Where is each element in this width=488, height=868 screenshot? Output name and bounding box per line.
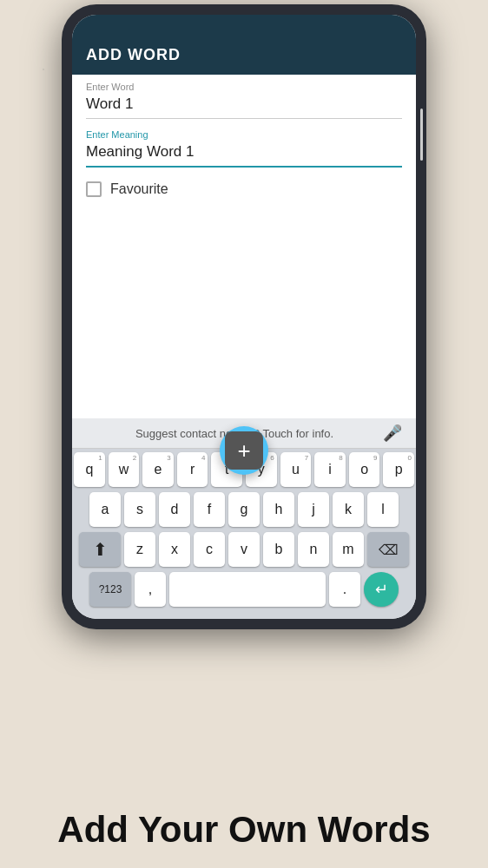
key-p[interactable]: 0p (383, 452, 414, 487)
space-key[interactable] (169, 572, 326, 607)
favourite-row[interactable]: Favourite (72, 171, 416, 207)
key-n[interactable]: n (298, 532, 329, 567)
keyboard-row-3: ⬆ z x c v b n m ⌫ (74, 532, 414, 567)
key-v[interactable]: v (228, 532, 260, 567)
key-j[interactable]: j (298, 492, 329, 527)
app-title: ADD WORD (86, 46, 181, 64)
key-c[interactable]: c (194, 532, 225, 567)
phone-screen: ADD WORD Enter Word Word 1 Enter Meaning… (72, 15, 416, 619)
key-a[interactable]: a (89, 492, 121, 527)
key-k[interactable]: k (333, 492, 364, 527)
mic-icon[interactable]: 🎤 (383, 424, 402, 443)
meaning-input[interactable]: Meaning Word 1 (86, 141, 402, 168)
shift-key[interactable]: ⬆ (79, 532, 121, 567)
keyboard-row-4: ?123 , . ↵ (74, 572, 414, 607)
keyboard-row-2: a s d f g h j k l (74, 492, 414, 527)
bottom-tagline: Add Your Own Words (57, 809, 430, 850)
app-header: ADD WORD (72, 36, 416, 75)
fab-add-button[interactable]: + (220, 426, 268, 475)
key-x[interactable]: x (159, 532, 190, 567)
fab-plus-icon: + (237, 439, 250, 462)
key-g[interactable]: g (228, 492, 260, 527)
key-s[interactable]: s (124, 492, 155, 527)
num-key[interactable]: ?123 (89, 572, 131, 607)
status-bar (72, 15, 416, 36)
key-m[interactable]: m (333, 532, 364, 567)
phone-device: ADD WORD Enter Word Word 1 Enter Meaning… (62, 4, 426, 629)
word-field-container: Enter Word Word 1 (72, 75, 416, 122)
comma-key[interactable]: , (135, 572, 166, 607)
backspace-key[interactable]: ⌫ (367, 532, 409, 567)
key-q[interactable]: 1q (74, 452, 105, 487)
key-f[interactable]: f (194, 492, 225, 527)
scrollbar[interactable] (420, 108, 423, 161)
meaning-field-container: Enter Meaning Meaning Word 1 (72, 122, 416, 171)
bottom-text-container: Add Your Own Words (0, 809, 488, 851)
key-r[interactable]: 4r (177, 452, 208, 487)
enter-key[interactable]: ↵ (364, 572, 399, 607)
meaning-field-label: Enter Meaning (86, 129, 402, 140)
key-b[interactable]: b (263, 532, 294, 567)
favourite-checkbox[interactable] (86, 181, 102, 197)
fab-inner: + (225, 431, 263, 470)
key-o[interactable]: 9o (349, 452, 380, 487)
word-input[interactable]: Word 1 (86, 94, 402, 119)
key-u[interactable]: 7u (280, 452, 312, 487)
key-h[interactable]: h (263, 492, 294, 527)
favourite-label: Favourite (110, 181, 168, 197)
key-d[interactable]: d (159, 492, 190, 527)
key-e[interactable]: 3e (142, 452, 174, 487)
key-z[interactable]: z (124, 532, 155, 567)
key-l[interactable]: l (367, 492, 399, 527)
form-area: Enter Word Word 1 Enter Meaning Meaning … (72, 75, 416, 418)
period-key[interactable]: . (329, 572, 360, 607)
word-field-label: Enter Word (86, 82, 402, 92)
key-i[interactable]: 8i (314, 452, 346, 487)
key-w[interactable]: 2w (109, 452, 140, 487)
